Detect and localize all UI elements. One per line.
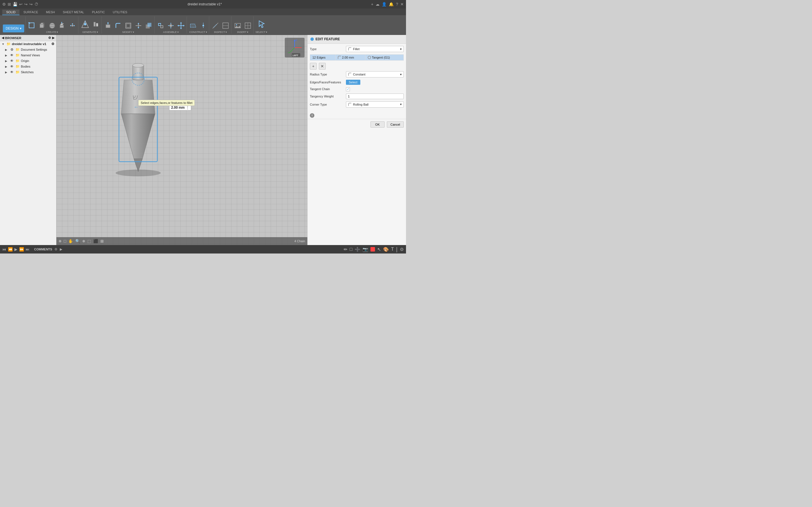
undo-button[interactable]: ↩: [19, 2, 22, 6]
bottom-box-icon[interactable]: □: [350, 247, 352, 252]
play-prev-icon[interactable]: ⏪: [8, 247, 13, 251]
browser-collapse-icon[interactable]: ◀: [2, 36, 4, 40]
ef-type-select[interactable]: Fillet ▾: [346, 46, 404, 52]
design-dropdown-button[interactable]: DESIGN ▾: [3, 24, 24, 33]
comments-settings-icon[interactable]: ⚙: [54, 247, 57, 251]
fillet-edge-row[interactable]: 12 Edges 2.00 mm Tangent (G1): [310, 55, 404, 61]
ef-cancel-button[interactable]: Cancel: [387, 121, 404, 128]
ef-tangency-weight-input[interactable]: 1: [346, 94, 404, 99]
dimension-options-icon[interactable]: ⋮: [186, 106, 189, 110]
ef-ok-button[interactable]: OK: [370, 121, 385, 128]
assemble-joint-icon[interactable]: [166, 21, 175, 30]
snap-icon[interactable]: ⊕: [59, 239, 61, 243]
generate-icon2[interactable]: [91, 20, 100, 29]
info-icon[interactable]: i: [310, 113, 314, 118]
insert-image-icon[interactable]: [233, 21, 242, 30]
browser-expand-icon[interactable]: ▶: [52, 36, 54, 40]
bottom-timeline-icon[interactable]: |: [396, 246, 398, 252]
save-button[interactable]: 💾: [13, 2, 17, 6]
history-button[interactable]: ⏱: [35, 2, 38, 6]
browser-item-named-views[interactable]: ▶ 👁 📁 Named Views: [0, 52, 56, 58]
grid-display-icon[interactable]: ⬛: [93, 239, 98, 243]
browser-item-doc-settings[interactable]: ▶ ⚙ 📁 Document Settings: [0, 47, 56, 52]
bottom-gear-icon[interactable]: ⚙: [400, 247, 404, 252]
browser-item-sketches[interactable]: ▶ 👁 📁 Sketches: [0, 69, 56, 75]
construct-plane-icon[interactable]: [189, 21, 198, 30]
bottom-paint-icon[interactable]: 🎨: [383, 247, 389, 252]
close-button[interactable]: ✕: [400, 2, 404, 6]
modify-combine-icon[interactable]: [144, 21, 153, 30]
modify-fillet-icon[interactable]: [114, 21, 123, 30]
play-end-icon[interactable]: ⏭: [26, 247, 30, 251]
bottom-text-icon[interactable]: T: [391, 247, 394, 252]
profile-button[interactable]: 👤: [382, 2, 387, 6]
browser-item-origin[interactable]: ▶ 👁 📁 Origin: [0, 58, 56, 64]
fillet-remove-button[interactable]: ✕: [319, 63, 326, 69]
tab-utilities[interactable]: UTILITIES: [109, 10, 131, 15]
bottom-marker-icon[interactable]: [370, 247, 375, 251]
modify-shell-icon[interactable]: [124, 21, 133, 30]
tab-sheet-metal[interactable]: SHEET METAL: [59, 10, 88, 15]
play-start-icon[interactable]: ⏮: [2, 247, 6, 251]
assemble-new-component-icon[interactable]: [156, 21, 165, 30]
construct-chevron-icon[interactable]: ▾: [206, 31, 207, 34]
generate-chevron-icon[interactable]: ▾: [97, 31, 98, 34]
viewport-tool-icon-2[interactable]: □: [64, 239, 66, 243]
modify-chevron-icon[interactable]: ▾: [133, 31, 134, 34]
root-expand-icon[interactable]: ▼: [2, 43, 5, 46]
construct-axis-icon[interactable]: [199, 21, 208, 30]
dimension-label[interactable]: 2.00 mm ⋮: [169, 105, 191, 110]
assemble-chevron-icon[interactable]: ▾: [177, 31, 179, 34]
notification-button[interactable]: 🔔: [389, 2, 394, 6]
play-icon[interactable]: ▶: [14, 247, 17, 251]
ef-type-dropdown[interactable]: Fillet ▾: [346, 46, 404, 52]
zoom-region-icon[interactable]: ⊕: [82, 239, 85, 243]
assemble-move-icon[interactable]: [176, 21, 186, 30]
browser-item-root[interactable]: ▼ 📁 dreidel instructable v1 ⚙: [0, 41, 56, 47]
modify-press-pull-icon[interactable]: [103, 21, 112, 30]
redo-button[interactable]: ↪: [24, 2, 28, 6]
ef-corner-type-dropdown[interactable]: Rolling Ball ▾: [346, 101, 404, 108]
tab-mesh[interactable]: MESH: [42, 10, 59, 15]
inspect-measure-icon[interactable]: [211, 21, 220, 30]
root-settings-gear-icon[interactable]: ⚙: [51, 42, 54, 46]
layout-icon[interactable]: ⊞: [100, 239, 104, 243]
grid-button[interactable]: ⊞: [8, 2, 11, 6]
ef-tangent-chain-checkbox[interactable]: ✓: [346, 87, 350, 91]
create-box-icon[interactable]: [38, 21, 47, 30]
create-more-icon[interactable]: [68, 21, 77, 30]
bottom-sketch-icon[interactable]: ✏: [344, 247, 347, 252]
display-mode-icon[interactable]: ⬚: [87, 239, 91, 243]
hand-tool-icon[interactable]: ✋: [68, 239, 73, 243]
comments-expand-icon[interactable]: ▶: [60, 247, 62, 251]
redo2-button[interactable]: ↪: [29, 2, 33, 6]
create-new-body-icon[interactable]: [28, 21, 36, 30]
viewport[interactable]: ש: [56, 35, 307, 245]
fillet-add-button[interactable]: +: [310, 63, 317, 69]
select-chevron-icon[interactable]: ▾: [266, 31, 267, 34]
new-tab-button[interactable]: +: [371, 2, 373, 6]
modify-scale-icon[interactable]: [134, 21, 143, 30]
insert-canvas-icon[interactable]: [243, 21, 252, 30]
bottom-add-icon[interactable]: ➕: [355, 247, 360, 252]
create-chevron-icon[interactable]: ▾: [57, 31, 58, 34]
ef-select-button[interactable]: Select: [346, 80, 360, 85]
browser-settings-icon[interactable]: ⚙: [48, 36, 51, 40]
bottom-cursor-icon[interactable]: ↖: [377, 247, 381, 252]
inspect-chevron-icon[interactable]: ▾: [225, 31, 227, 34]
create-sphere-icon[interactable]: [48, 21, 57, 30]
tab-plastic[interactable]: PLASTIC: [88, 10, 109, 15]
zoom-icon[interactable]: 🔍: [75, 239, 80, 243]
app-menu-button[interactable]: ⚙: [2, 2, 6, 6]
tab-surface[interactable]: SURFACE: [19, 10, 42, 15]
help-button[interactable]: ?: [396, 2, 398, 6]
play-next-icon[interactable]: ⏩: [19, 247, 24, 251]
tab-solid[interactable]: SOLID: [2, 10, 19, 15]
browser-item-bodies[interactable]: ▶ 👁 📁 Bodies: [0, 64, 56, 69]
ef-radius-type-dropdown[interactable]: Constant ▾: [346, 71, 404, 77]
create-extrude-icon[interactable]: [58, 21, 67, 30]
bottom-capture-icon[interactable]: 📷: [363, 247, 368, 252]
select-cursor-icon[interactable]: [256, 18, 266, 30]
cloud-button[interactable]: ☁: [375, 2, 379, 6]
inspect-analysis-icon[interactable]: [221, 21, 230, 30]
